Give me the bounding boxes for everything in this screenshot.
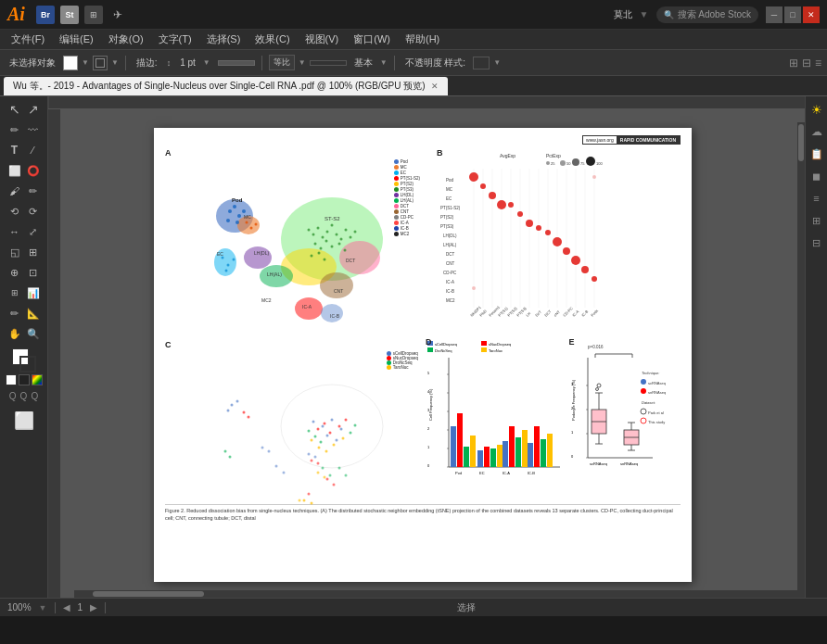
type-tool[interactable]: T (6, 141, 24, 159)
opacity-swatch[interactable] (473, 57, 490, 69)
gradient-tool[interactable]: ◱ (6, 243, 24, 261)
screen-btn3[interactable]: Q (31, 391, 38, 401)
zoom-tool[interactable]: 🔍 (24, 324, 43, 343)
warp-tool[interactable]: ↔ (6, 222, 24, 241)
paintbrush-tool[interactable]: 🖌 (6, 182, 24, 200)
stroke-swatch[interactable] (93, 56, 108, 70)
curvature-tool[interactable]: 〰 (24, 120, 43, 139)
pencil-tool[interactable]: ✏ (24, 182, 43, 200)
fill-swatch[interactable] (63, 56, 78, 70)
gradient-swatch[interactable] (32, 374, 43, 385)
svg-point-60 (331, 419, 334, 422)
menu-text[interactable]: 文字(T) (151, 31, 199, 48)
grid-icon[interactable]: ⊞ (84, 6, 103, 24)
ellipse-tool[interactable]: ⭕ (24, 161, 43, 180)
menu-view[interactable]: 视图(V) (298, 31, 347, 48)
artboard-tool[interactable]: ✏ (6, 304, 24, 322)
svg-point-83 (325, 450, 328, 453)
selection-label: 选择 (457, 601, 476, 614)
hand-tool[interactable]: ✋ (6, 324, 24, 343)
reshape-tool[interactable]: ⤢ (24, 222, 43, 241)
svg-text:PT(S1-S2): PT(S1-S2) (440, 206, 461, 210)
svg-rect-209 (503, 441, 508, 467)
live-paint-tool[interactable]: ⊡ (24, 263, 43, 282)
symbol-tool[interactable]: ⊞ (6, 284, 24, 302)
transform-icon[interactable]: ⊟ (802, 57, 811, 69)
maximize-button[interactable]: □ (784, 6, 801, 23)
rotate-tool[interactable]: ⟲ (6, 202, 24, 221)
align-icon[interactable]: ⊞ (789, 57, 798, 69)
white-swatch[interactable] (6, 374, 17, 385)
direct-select-tool[interactable]: ↗ (24, 100, 43, 119)
svg-text:5: 5 (427, 371, 430, 375)
scroll-bar-vertical[interactable] (797, 122, 805, 598)
minimize-button[interactable]: ─ (766, 6, 782, 23)
artboard-btn[interactable]: ⬜ (14, 410, 34, 431)
screen-btn2[interactable]: Q (20, 391, 28, 401)
pen-tool[interactable]: ✏ (6, 120, 24, 139)
nav-prev[interactable]: ◀ (63, 602, 70, 612)
svg-text:scRNAseq: scRNAseq (590, 461, 607, 466)
stock-search[interactable]: 🔍 搜索 Adobe Stock (656, 6, 758, 23)
zoom-level: 100% (7, 602, 32, 612)
reflect-tool[interactable]: ⟳ (24, 202, 43, 221)
screen-mode-btn[interactable]: Q (9, 391, 17, 401)
touch-type-tool[interactable]: ∕ (24, 141, 43, 159)
menu-edit[interactable]: 编辑(E) (52, 31, 101, 48)
grid-panel-btn[interactable]: ⊞ (808, 211, 826, 230)
view-mode[interactable]: 等比 (269, 55, 295, 70)
menu-effect[interactable]: 效果(C) (248, 31, 297, 48)
svg-text:Pod: Pod (232, 197, 243, 203)
menu-help[interactable]: 帮助(H) (398, 31, 447, 48)
panel-a-umap: Pod MC EC LH(DL) LH(AL) ST-S2 DCT CNT IC… (165, 156, 420, 332)
stock-icon[interactable]: St (60, 6, 79, 24)
stroke-box[interactable] (19, 356, 36, 373)
shape-builder-tool[interactable]: ⊕ (6, 263, 24, 282)
gradient-tools: ◱ ⊞ (4, 243, 45, 261)
panel-d-label: D (426, 337, 432, 347)
layers-btn[interactable]: 📋 (808, 145, 826, 163)
ruler-tool[interactable]: 📐 (24, 304, 43, 322)
svg-text:LH(DL): LH(DL) (254, 250, 269, 256)
column-tool[interactable]: 📊 (24, 284, 43, 302)
panel-a: A (165, 148, 420, 333)
svg-text:DCT: DCT (346, 258, 355, 263)
transform-panel-btn[interactable]: ⊟ (808, 234, 826, 252)
mesh-tool[interactable]: ⊞ (24, 243, 43, 261)
svg-rect-180 (481, 347, 487, 352)
nav-next[interactable]: ▶ (90, 602, 97, 612)
legend-pts3: PT(S3) (394, 187, 420, 192)
svg-point-147 (497, 200, 506, 209)
menu-file[interactable]: 文件(F) (4, 31, 52, 48)
svg-point-14 (312, 234, 315, 236)
bridge-icon[interactable]: Br (36, 6, 55, 24)
close-button[interactable]: ✕ (803, 6, 820, 23)
tab-close-button[interactable]: ✕ (431, 82, 439, 91)
title-bar-icons: Br St ⊞ ✈ (36, 6, 127, 24)
panel-b: B AvgExp PctExp 25 50 (426, 148, 681, 334)
black-swatch[interactable] (19, 374, 30, 385)
scroll-bar-horizontal[interactable] (74, 590, 797, 598)
svg-text:AvgExp: AvgExp (500, 153, 515, 158)
sun-btn[interactable]: ☀ (808, 100, 826, 119)
cloud-btn[interactable]: ☁ (808, 122, 826, 141)
scroll-thumb-horizontal[interactable] (93, 591, 204, 597)
align-btn[interactable]: ≡ (808, 189, 826, 208)
more-icon[interactable]: ≡ (815, 57, 821, 69)
menu-object[interactable]: 对象(O) (101, 31, 151, 48)
panel-e: E p=0.016 (569, 337, 681, 500)
toolbar-divider-1 (125, 56, 126, 70)
menu-select[interactable]: 选择(S) (199, 31, 248, 48)
rectangle-tool[interactable]: ⬜ (6, 161, 24, 180)
select-tool[interactable]: ↖ (6, 100, 24, 119)
scroll-thumb-vertical[interactable] (798, 124, 804, 161)
document-tab[interactable]: Wu 等。- 2019 - Advantages of Single-Nucle… (4, 77, 448, 95)
svg-point-23 (354, 231, 357, 234)
svg-text:2: 2 (427, 426, 430, 431)
svg-point-34 (233, 205, 236, 208)
send-icon[interactable]: ✈ (108, 6, 127, 24)
svg-point-92 (275, 465, 278, 468)
fill-btn[interactable]: ◼ (808, 167, 826, 185)
menu-window[interactable]: 窗口(W) (346, 31, 398, 48)
svg-point-63 (336, 439, 338, 442)
